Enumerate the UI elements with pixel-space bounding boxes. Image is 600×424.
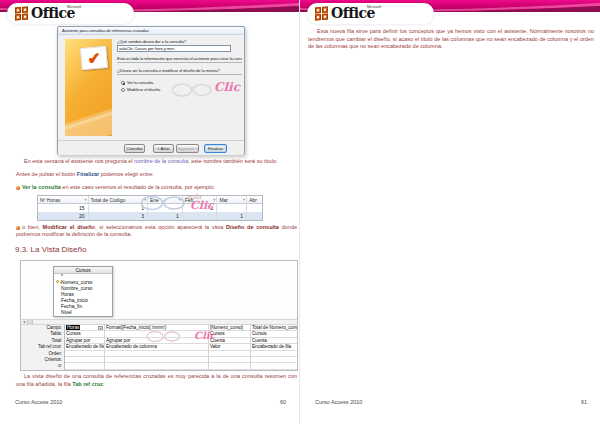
query-design-view: Cursos * Numero_curso Nombre_curso Horas… bbox=[20, 260, 298, 371]
text-run: , este nombre también será su título. bbox=[188, 158, 277, 164]
text-run: La vista diseño de una consulta de refer… bbox=[16, 373, 297, 387]
crosstab-wizard-dialog: Asistente para consultas de referencias … bbox=[57, 26, 245, 155]
scrollbar-thumb[interactable] bbox=[28, 320, 33, 324]
paragraph-before-finish: Antes de pulsar el botón Finalizar podem… bbox=[16, 171, 297, 178]
query-name-question: ¿Qué nombre desea dar a la consulta? bbox=[117, 39, 243, 44]
paragraph-vista-diseno: La vista diseño de una consulta de refer… bbox=[16, 373, 297, 388]
cell[interactable]: 3 bbox=[89, 212, 148, 220]
text-run: o bien, bbox=[22, 224, 43, 230]
cell[interactable]: 1 bbox=[89, 204, 148, 212]
office-logo-icon bbox=[15, 7, 28, 21]
cancel-button[interactable]: Cancelar bbox=[124, 144, 145, 153]
column-header[interactable]: Nº Horas▾ bbox=[38, 196, 89, 204]
text-run: en este caso veremos el resultado de la … bbox=[61, 184, 215, 190]
grid-cell[interactable] bbox=[65, 363, 105, 369]
text-run: podemos elegir entre: bbox=[99, 171, 154, 177]
bullet-icon bbox=[16, 186, 20, 190]
office-logo: Microsoft Office bbox=[7, 3, 134, 24]
checkmark-badge-icon: ✔ bbox=[80, 46, 108, 70]
view-or-modify-question: ¿Desea ver la consulta o modificar el di… bbox=[117, 68, 242, 75]
grid-cell[interactable] bbox=[209, 363, 251, 369]
column-header[interactable]: Total de Codigo▾ bbox=[89, 196, 148, 204]
footer-page-number: 60 bbox=[280, 399, 286, 405]
cell[interactable] bbox=[247, 204, 262, 212]
radio-modificar-diseno[interactable]: Modificar el diseño. bbox=[121, 87, 161, 92]
footer-course-title: Curso Access 2010 bbox=[15, 399, 62, 405]
datasheet-header-row: Nº Horas▾ Total de Codigo▾ Ene▾ Feb▾ Mar… bbox=[38, 196, 262, 204]
term-nombre-consulta: nombre de la consulta bbox=[134, 158, 188, 164]
radio-ver-la-consulta[interactable]: Ver la consulta. bbox=[121, 80, 154, 85]
section-heading: 9.3. La Vista Diseño bbox=[15, 245, 86, 254]
page-header: Microsoft Office bbox=[0, 0, 300, 27]
term-modificar-diseno: Modificar el diseño bbox=[43, 224, 95, 230]
text-run: En esta ventana el asistente nos pregunt… bbox=[24, 158, 134, 164]
cell[interactable]: 15 bbox=[38, 204, 89, 212]
radio-modificar-label: Modificar el diseño. bbox=[127, 87, 161, 92]
page-61: Microsoft Office Esta nueva fila sirve p… bbox=[300, 0, 600, 424]
next-button-disabled[interactable]: Siguiente > bbox=[176, 144, 199, 153]
grid-cell[interactable] bbox=[251, 363, 297, 369]
column-dropdown-icon[interactable]: ▾ bbox=[179, 196, 181, 204]
radio-selected-icon[interactable] bbox=[121, 81, 125, 85]
row-label: o: bbox=[21, 363, 65, 369]
dialog-button-bar: Cancelar < Atrás Siguiente > Finalizar bbox=[58, 140, 244, 155]
cell[interactable] bbox=[183, 212, 218, 220]
paragraph-window-name: En esta ventana el asistente nos pregunt… bbox=[16, 158, 297, 165]
office-logo: Microsoft Office bbox=[307, 3, 434, 24]
column-header[interactable]: Ene▾ bbox=[148, 196, 183, 204]
book-spread: Microsoft Office Asistente para consulta… bbox=[0, 0, 600, 424]
cell[interactable]: 1 bbox=[183, 204, 218, 212]
column-dropdown-icon[interactable]: ▾ bbox=[213, 196, 215, 204]
column-header[interactable]: Feb▾ bbox=[183, 196, 218, 204]
cell[interactable]: 1 bbox=[217, 212, 247, 220]
text-run: , si seleccionamos esta opción aparecerá… bbox=[95, 224, 226, 230]
radio-ver-label: Ver la consulta. bbox=[127, 80, 154, 85]
wizard-info-text: Esta es toda la información que necesita… bbox=[117, 56, 242, 63]
bullet-icon bbox=[16, 226, 20, 230]
cell[interactable] bbox=[217, 204, 247, 212]
dialog-titlebar[interactable]: Asistente para consultas de referencias … bbox=[58, 27, 244, 35]
cell[interactable] bbox=[247, 212, 262, 220]
query-name-input[interactable] bbox=[117, 45, 231, 52]
cell[interactable]: 1 bbox=[148, 212, 183, 220]
column-header[interactable]: Mar▾ bbox=[217, 196, 247, 204]
table-row: 15 1 1 bbox=[38, 204, 262, 212]
paragraph-nueva-fila: Esta nueva fila sirve para definir los c… bbox=[308, 28, 594, 51]
dropdown-icon[interactable]: ▾ bbox=[98, 326, 103, 331]
footer-course-title: Curso Access 2010 bbox=[315, 399, 362, 405]
wizard-artwork: ✔ bbox=[65, 39, 112, 136]
office-logo-icon bbox=[315, 7, 328, 21]
check-icon: ✔ bbox=[87, 49, 102, 67]
cell[interactable] bbox=[148, 204, 183, 212]
office-label: Office bbox=[31, 5, 75, 21]
dialog-title: Asistente para consultas de referencias … bbox=[62, 28, 149, 33]
back-button[interactable]: < Atrás bbox=[153, 144, 174, 153]
scroll-left-icon[interactable]: ◄ bbox=[21, 320, 28, 324]
page-seam bbox=[299, 0, 300, 424]
column-dropdown-icon[interactable]: ▾ bbox=[243, 196, 245, 204]
bullet-ver-consulta: Ver la consulta en este caso veremos el … bbox=[16, 184, 297, 191]
grid-cell[interactable] bbox=[105, 363, 209, 369]
finish-button[interactable]: Finalizar bbox=[204, 144, 227, 153]
field-list-cursos: Cursos * Numero_curso Nombre_curso Horas… bbox=[53, 266, 113, 317]
office-label: Office bbox=[331, 5, 375, 21]
term-ver-la-consulta: Ver la consulta bbox=[22, 184, 61, 190]
term-diseno-consulta: Diseño de consulta bbox=[226, 224, 279, 230]
bullet-modificar-diseno: o bien, Modificar el diseño, si seleccio… bbox=[16, 224, 297, 238]
column-header[interactable]: Abr bbox=[247, 196, 262, 204]
table-row: 20 3 1 1 bbox=[38, 212, 262, 220]
grid-row-o: o: bbox=[21, 363, 297, 369]
cell[interactable]: 20 bbox=[38, 212, 89, 220]
field-item[interactable]: Nivel bbox=[54, 310, 112, 316]
crosstab-result-datasheet: Nº Horas▾ Total de Codigo▾ Ene▾ Feb▾ Mar… bbox=[37, 195, 263, 221]
field-list-title[interactable]: Cursos bbox=[54, 267, 112, 274]
column-dropdown-icon[interactable]: ▾ bbox=[144, 196, 146, 204]
radio-icon[interactable] bbox=[121, 88, 125, 92]
qbe-grid: Campo: ▾Horas Format([Fecha_inicio],'mmm… bbox=[21, 325, 297, 370]
text-run: . bbox=[103, 381, 105, 387]
key-icon bbox=[56, 280, 59, 283]
column-dropdown-icon[interactable]: ▾ bbox=[85, 196, 87, 204]
term-tab-ref-cruz: Tab ref cruz bbox=[72, 381, 103, 387]
page-60: Microsoft Office Asistente para consulta… bbox=[0, 0, 300, 424]
page-header: Microsoft Office bbox=[300, 0, 600, 27]
